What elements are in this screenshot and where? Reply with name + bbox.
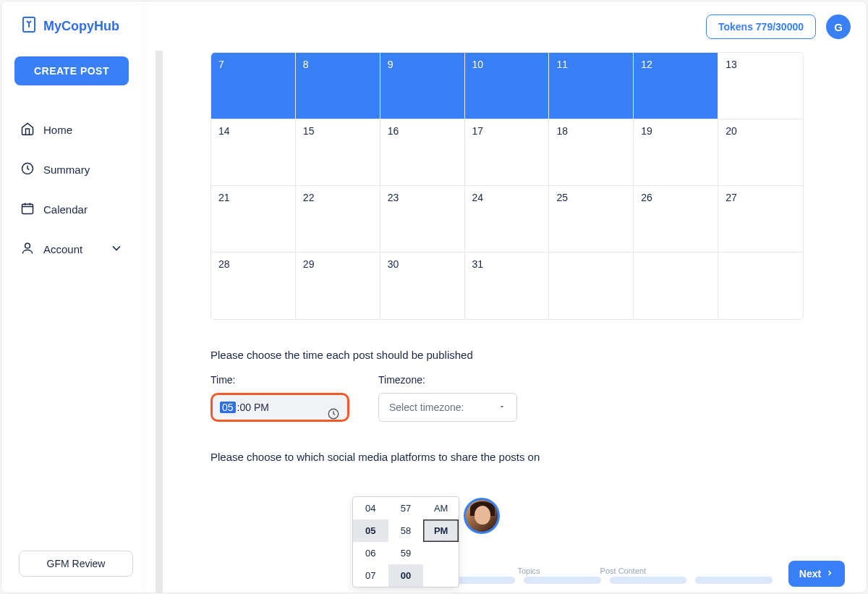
- calendar-day[interactable]: 30: [380, 253, 465, 319]
- svg-point-3: [25, 243, 30, 248]
- calendar-day[interactable]: 28: [211, 253, 296, 319]
- step-bar: [695, 577, 773, 584]
- tp-minute[interactable]: 57: [388, 497, 424, 519]
- timezone-placeholder: Select timezone:: [389, 402, 464, 413]
- sidebar-item-label: Home: [43, 124, 72, 136]
- calendar-day[interactable]: 9: [380, 53, 465, 119]
- step-label: Post Content: [600, 567, 683, 575]
- calendar-day[interactable]: 23: [380, 186, 465, 253]
- tp-hour[interactable]: 05: [353, 519, 388, 542]
- chevron-down-icon: [109, 241, 124, 258]
- calendar-day[interactable]: 15: [296, 119, 380, 186]
- time-picker-popup: 0457AM0558PM06590700: [352, 496, 459, 587]
- account-icon: [20, 241, 35, 258]
- logo[interactable]: MyCopyHub: [20, 16, 129, 36]
- timezone-label: Timezone:: [378, 374, 517, 386]
- calendar-day[interactable]: 31: [465, 253, 550, 319]
- sidebar: MyCopyHub CREATE POST Home Summary Calen…: [1, 1, 142, 593]
- tp-meridiem[interactable]: AM: [423, 497, 459, 519]
- calendar-icon: [20, 201, 35, 218]
- create-post-button[interactable]: CREATE POST: [14, 56, 129, 85]
- sidebar-item-calendar[interactable]: Calendar: [14, 192, 129, 226]
- tp-meridiem: [423, 542, 459, 564]
- calendar-day[interactable]: 12: [634, 53, 718, 119]
- main-content: 7891011121314151617181920212223242526272…: [142, 1, 867, 593]
- tp-meridiem: [423, 564, 459, 587]
- calendar-day[interactable]: 16: [380, 119, 465, 186]
- calendar-day[interactable]: [634, 253, 718, 319]
- tp-minute[interactable]: 00: [388, 564, 424, 587]
- tp-minute[interactable]: 59: [388, 542, 424, 564]
- step-label: Topics: [517, 567, 600, 575]
- gfm-review-button[interactable]: GFM Review: [19, 551, 133, 577]
- calendar-day[interactable]: 27: [718, 186, 803, 253]
- user-avatar-badge[interactable]: G: [826, 14, 851, 39]
- calendar-day[interactable]: 7: [211, 53, 296, 119]
- platform-avatar[interactable]: [464, 498, 500, 534]
- brand-name: MyCopyHub: [43, 19, 119, 34]
- svg-rect-2: [22, 204, 33, 213]
- sidebar-item-label: Calendar: [43, 203, 88, 216]
- next-button-label: Next: [799, 568, 821, 580]
- time-label: Time:: [210, 374, 349, 386]
- tp-hour[interactable]: 07: [353, 564, 388, 587]
- calendar-day[interactable]: 14: [211, 119, 296, 186]
- next-button[interactable]: Next: [788, 561, 845, 587]
- calendar-day[interactable]: 22: [296, 186, 380, 253]
- calendar-day[interactable]: 13: [718, 53, 803, 119]
- calendar-day[interactable]: 20: [718, 119, 803, 186]
- home-icon: [20, 122, 35, 138]
- calendar-day[interactable]: 18: [549, 119, 634, 186]
- sidebar-item-label: Account: [43, 243, 82, 255]
- calendar-day[interactable]: 25: [549, 186, 634, 253]
- step-label: [683, 567, 765, 575]
- tp-hour[interactable]: 06: [353, 542, 388, 564]
- summary-icon: [20, 161, 35, 178]
- time-prompt: Please choose the time each post should …: [210, 349, 838, 361]
- sidebar-item-summary[interactable]: Summary: [14, 153, 129, 187]
- calendar-day[interactable]: 24: [465, 186, 550, 253]
- time-rest: :00 PM: [237, 402, 269, 413]
- chevron-right-icon: [825, 568, 834, 580]
- calendar-grid: 7891011121314151617181920212223242526272…: [210, 52, 804, 320]
- calendar-day[interactable]: [718, 253, 803, 319]
- calendar-day[interactable]: 11: [549, 53, 634, 119]
- calendar-day[interactable]: 8: [296, 53, 380, 119]
- header-right: Tokens 779/30000 G: [706, 14, 851, 39]
- step-bar: [524, 577, 601, 584]
- caret-down-icon: [498, 402, 506, 413]
- sidebar-item-account[interactable]: Account: [14, 232, 129, 266]
- step-bar: [610, 577, 687, 584]
- tp-meridiem[interactable]: PM: [423, 519, 459, 542]
- sidebar-item-label: Summary: [43, 164, 90, 176]
- calendar-day[interactable]: 21: [211, 186, 296, 253]
- calendar-day[interactable]: 19: [634, 119, 718, 186]
- calendar-day[interactable]: 29: [296, 253, 380, 319]
- calendar-day[interactable]: [549, 253, 634, 319]
- calendar-day[interactable]: 10: [465, 53, 550, 119]
- tp-hour[interactable]: 04: [353, 497, 388, 519]
- calendar-day[interactable]: 26: [634, 186, 718, 253]
- time-hour-selected: 05: [220, 402, 236, 413]
- timezone-select[interactable]: Select timezone:: [378, 393, 517, 422]
- platforms-prompt: Please choose to which social media plat…: [210, 451, 838, 463]
- calendar-day[interactable]: 17: [465, 119, 550, 186]
- time-input[interactable]: 05 :00 PM: [210, 393, 349, 422]
- logo-icon: [20, 16, 38, 36]
- tp-minute[interactable]: 58: [388, 519, 424, 542]
- scroll-track: [156, 51, 163, 593]
- sidebar-item-home[interactable]: Home: [14, 113, 129, 147]
- tokens-badge[interactable]: Tokens 779/30000: [706, 14, 816, 39]
